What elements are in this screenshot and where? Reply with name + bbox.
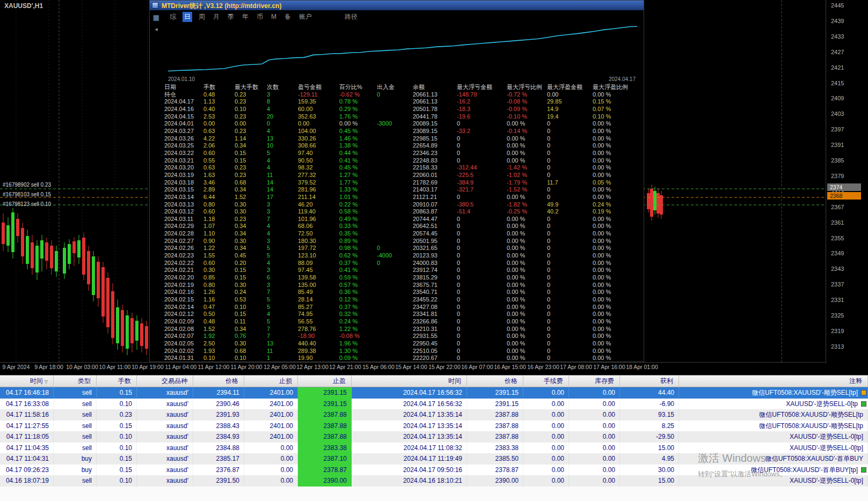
- history-row[interactable]: 04.17 11:27:55sell0.15xauusd'2388.432401…: [0, 421, 868, 432]
- history-header-8[interactable]: 价格: [467, 375, 523, 387]
- history-header-4[interactable]: 价格: [193, 375, 244, 387]
- trade-history-panel: 时间▽类型手数交易品种价格止损止盈时间价格手续费库存费获利注释 04.17 16…: [0, 375, 868, 501]
- stats-row: 2024.02.071.920.767-18.90-0.08 %22931.55…: [150, 333, 644, 340]
- history-cell: 04.16 18:07:19: [0, 475, 54, 487]
- stats-cell: 0.09 %: [339, 355, 358, 362]
- take-profit-cell: 2391.15: [298, 387, 352, 399]
- stats-cell: -1.42 %: [507, 164, 527, 172]
- stats-cell: 0.00 %: [507, 282, 525, 289]
- history-header-3[interactable]: 交易品种: [137, 375, 193, 387]
- stats-row: 2024.02.052.500.3013440.401.96 %22950.45…: [150, 340, 644, 348]
- stats-cell: 0.00 %: [593, 311, 611, 318]
- history-header-5[interactable]: 止损: [244, 375, 298, 387]
- stats-cell: 3: [267, 282, 270, 289]
- panel-titlebar[interactable]: MTDriver统计 ,V3.12 (http://mtdriver.cn): [150, 1, 644, 10]
- candlestick: [135, 321, 138, 341]
- history-header-0[interactable]: 时间▽: [0, 375, 54, 387]
- stats-cell: 0.00 %: [593, 274, 611, 282]
- panel-tab-日[interactable]: 日: [183, 12, 192, 22]
- stats-cell: 0.34: [235, 142, 246, 150]
- history-header-1[interactable]: 类型: [54, 375, 97, 387]
- stats-cell: 2024.02.21: [164, 267, 194, 274]
- stats-row: 2024.03.191.630.2311277.321.27 %22060.01…: [150, 172, 644, 179]
- panel-grid-icon[interactable]: ▦: [153, 13, 159, 21]
- stats-cell: 1.13: [203, 98, 215, 106]
- equity-curve-chart: [168, 24, 637, 76]
- history-header-7[interactable]: 时间: [352, 375, 467, 387]
- stats-cell: 0.00 %: [593, 135, 611, 143]
- panel-tab-综[interactable]: 综: [168, 12, 178, 22]
- stats-cell: 2024.02.07: [164, 333, 194, 340]
- stats-cell: 4: [267, 230, 270, 238]
- stats-cell: 14: [267, 179, 273, 187]
- stats-cell: 0.22 %: [339, 201, 358, 209]
- panel-tab-账户[interactable]: 账户: [297, 12, 313, 22]
- stats-cell: -1.82 %: [507, 201, 527, 209]
- stats-cell: 0.29 %: [339, 106, 358, 113]
- history-cell: 0.00: [244, 453, 298, 465]
- history-row[interactable]: 04.17 11:04:31buy0.15xauusd'2385.170.002…: [0, 453, 868, 465]
- panel-tab-路径[interactable]: 路径: [343, 12, 359, 22]
- history-row[interactable]: 04.17 16:33:08sell0.10xauusd'2390.462401…: [0, 399, 868, 410]
- panel-tab-年[interactable]: 年: [240, 12, 250, 22]
- collapse-arrow-icon[interactable]: ◂: [155, 26, 158, 33]
- history-row[interactable]: 04.17 11:18:05sell0.10xauusd'2384.932401…: [0, 431, 868, 443]
- candlestick: [40, 240, 43, 259]
- stats-cell: 21782.69: [413, 179, 437, 187]
- stats-cell: 0.49 %: [339, 216, 358, 223]
- stats-cell: 0.15: [235, 274, 246, 282]
- stats-cell: 0.00 %: [507, 318, 525, 326]
- note-icon: [861, 467, 866, 473]
- stats-cell: 135.00: [298, 282, 316, 289]
- history-header-9[interactable]: 手续费: [523, 375, 569, 387]
- panel-tab-币[interactable]: 币: [255, 12, 265, 22]
- history-header-11[interactable]: 获利: [620, 375, 679, 387]
- stats-cell: 0.35 %: [339, 230, 358, 238]
- history-row[interactable]: 04.17 16:46:18sell0.15xauusd'2394.112401…: [0, 387, 868, 399]
- time-axis[interactable]: 9 Apr 20249 Apr 18:0010 Apr 03:0010 Apr …: [0, 364, 827, 373]
- stats-cell: 2024.02.02: [164, 348, 194, 355]
- history-header-12[interactable]: 注释: [679, 375, 868, 387]
- panel-tab-月[interactable]: 月: [211, 12, 221, 22]
- history-cell: xauusd': [137, 421, 193, 432]
- history-cell: 2024.04.17 09:50:16: [352, 465, 467, 476]
- panel-tab-备[interactable]: 备: [283, 12, 293, 22]
- history-header-2[interactable]: 手数: [97, 375, 137, 387]
- history-row[interactable]: 04.17 11:58:16sell0.23xauusd'2391.932401…: [0, 409, 868, 421]
- candlestick: [6, 225, 10, 246]
- stats-cell: 0: [457, 216, 460, 223]
- stats-cell: 2024.02.14: [164, 304, 194, 311]
- stats-cell: 0.34: [235, 326, 246, 333]
- stats-cell: 0: [547, 223, 550, 230]
- history-row[interactable]: 04.17 11:04:35sell0.10xauusd'2384.880.00…: [0, 443, 868, 454]
- history-row[interactable]: 04.17 09:26:23buy0.15xauusd'2376.870.002…: [0, 465, 868, 476]
- stats-cell: 0.00 %: [507, 150, 525, 157]
- stats-cell: 0.00 %: [507, 245, 525, 252]
- stats-cell: 2024.03.12: [164, 208, 194, 216]
- stats-cell: 1.10: [203, 230, 215, 238]
- history-cell: 0.15: [97, 421, 137, 432]
- stats-cell: 1.26: [203, 289, 215, 296]
- stats-cell: 5: [267, 245, 270, 252]
- stats-cell: 22985.15: [413, 135, 437, 143]
- stats-cell: 0.00: [298, 120, 309, 128]
- stats-cell: 0: [267, 120, 270, 128]
- panel-tab-M[interactable]: M: [269, 12, 278, 21]
- stats-cell: 0.12 %: [339, 296, 358, 304]
- price-tick: 2349: [831, 250, 844, 256]
- candlestick: [126, 315, 129, 349]
- panel-tab-周[interactable]: 周: [197, 12, 207, 22]
- history-header-10[interactable]: 库存费: [569, 375, 620, 387]
- panel-tab-季[interactable]: 季: [226, 12, 236, 22]
- candlestick: [647, 193, 650, 209]
- stats-cell: 0.15: [235, 157, 246, 165]
- history-header-row: 时间▽类型手数交易品种价格止损止盈时间价格手续费库存费获利注释: [0, 375, 868, 387]
- price-scale[interactable]: 2445243924332427242124152409240323972391…: [827, 0, 868, 373]
- stats-cell: 0.90: [203, 238, 215, 245]
- stats-cell: 1.52: [203, 326, 215, 333]
- stats-cell: 0.00 %: [507, 326, 525, 333]
- history-header-6[interactable]: 止盈: [298, 375, 352, 387]
- candlestick: [657, 193, 660, 213]
- stats-cell: -148.79: [457, 91, 477, 99]
- history-row[interactable]: 04.16 18:07:19sell0.10xauusd'2391.500.00…: [0, 475, 868, 487]
